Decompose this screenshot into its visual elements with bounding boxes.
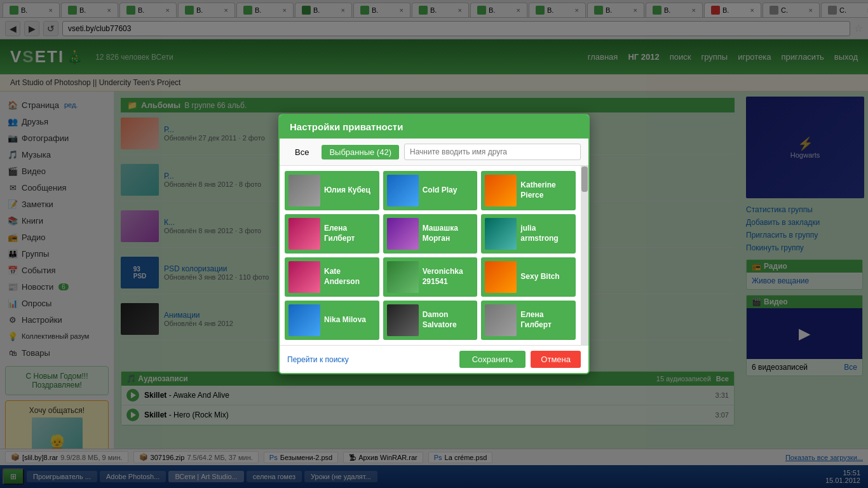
modal-person-6[interactable]: Kate Anderson bbox=[285, 257, 379, 297]
person-avatar-7 bbox=[387, 261, 419, 293]
person-avatar-4 bbox=[387, 218, 419, 250]
modal-persons-grid: Юлия Кубец Cold Play Katherine Pierce Ел… bbox=[280, 166, 581, 345]
person-name-4: Машашка Морган bbox=[423, 224, 474, 243]
modal-person-4[interactable]: Машашка Морган bbox=[383, 214, 478, 254]
cancel-button[interactable]: Отмена bbox=[531, 351, 581, 368]
scroll-thumb[interactable] bbox=[581, 166, 588, 192]
modal-person-2[interactable]: Katherine Pierce bbox=[481, 171, 576, 210]
save-button[interactable]: Сохранить bbox=[459, 351, 526, 368]
person-avatar-9 bbox=[288, 304, 320, 336]
modal-tab-all[interactable]: Все bbox=[287, 145, 316, 159]
person-name-10: Damon Salvatore bbox=[423, 310, 474, 330]
person-avatar-8 bbox=[485, 261, 517, 293]
modal-person-0[interactable]: Юлия Кубец bbox=[285, 171, 379, 210]
goto-search-link[interactable]: Перейти к поиску bbox=[287, 355, 349, 364]
modal-person-5[interactable]: julia armstrong bbox=[481, 214, 576, 254]
modal-person-3[interactable]: Елена Гилберт bbox=[285, 214, 379, 254]
person-avatar-1 bbox=[387, 175, 419, 207]
person-name-8: Sexy Bitch bbox=[520, 272, 559, 282]
person-name-1: Cold Play bbox=[423, 186, 458, 196]
modal-person-7[interactable]: Veronichka 291541 bbox=[383, 257, 478, 297]
modal-person-9[interactable]: Nika Milova bbox=[285, 301, 379, 340]
person-name-9: Nika Milova bbox=[324, 315, 366, 325]
person-avatar-6 bbox=[288, 261, 320, 293]
person-name-11: Елена Гилберт bbox=[520, 310, 572, 330]
modal-search-input[interactable] bbox=[404, 144, 581, 160]
person-avatar-0 bbox=[288, 175, 320, 207]
person-name-6: Kate Anderson bbox=[324, 267, 376, 287]
modal-scrollbar[interactable] bbox=[581, 166, 588, 345]
modal-tab-selected[interactable]: Выбранные (42) bbox=[322, 145, 399, 159]
person-name-7: Veronichka 291541 bbox=[423, 267, 474, 287]
modal-person-11[interactable]: Елена Гилберт bbox=[481, 301, 576, 340]
modal-footer: Перейти к поиску Сохранить Отмена bbox=[280, 345, 588, 373]
person-avatar-10 bbox=[387, 304, 419, 336]
person-avatar-3 bbox=[288, 218, 320, 250]
person-avatar-5 bbox=[485, 218, 517, 250]
modal-person-1[interactable]: Cold Play bbox=[383, 171, 478, 210]
person-avatar-2 bbox=[485, 175, 517, 207]
modal-tabs: Все Выбранные (42) bbox=[280, 139, 588, 166]
privacy-modal-overlay: Настройки приватности Все Выбранные (42)… bbox=[0, 0, 868, 488]
privacy-modal: Настройки приватности Все Выбранные (42)… bbox=[278, 114, 590, 374]
person-name-5: julia armstrong bbox=[520, 224, 572, 243]
modal-body: Юлия Кубец Cold Play Katherine Pierce Ел… bbox=[280, 166, 588, 345]
person-name-0: Юлия Кубец bbox=[324, 186, 370, 196]
modal-person-10[interactable]: Damon Salvatore bbox=[383, 301, 478, 340]
person-name-2: Katherine Pierce bbox=[520, 180, 572, 200]
person-avatar-11 bbox=[485, 304, 517, 336]
person-name-3: Елена Гилберт bbox=[324, 224, 376, 243]
modal-person-8[interactable]: Sexy Bitch bbox=[481, 257, 576, 297]
modal-header: Настройки приватности bbox=[280, 115, 588, 139]
